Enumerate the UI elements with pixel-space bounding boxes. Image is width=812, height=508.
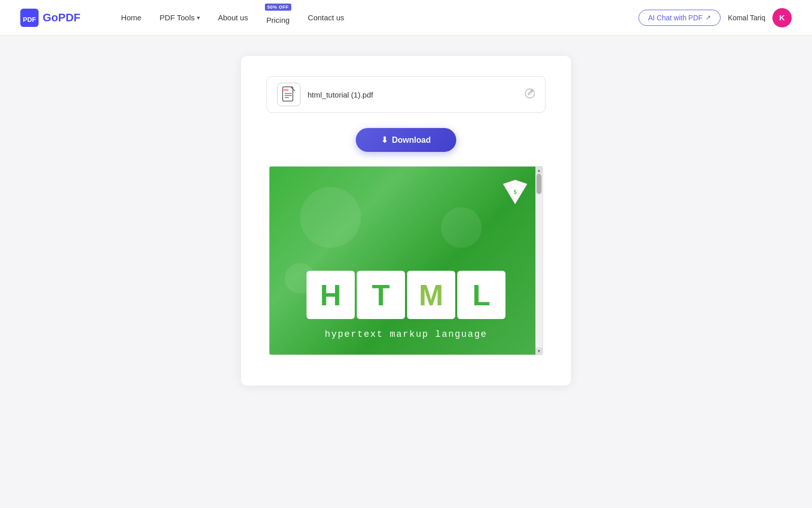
- html-box-t: T: [357, 271, 405, 319]
- pdf-file-icon: PDF: [282, 86, 296, 103]
- svg-text:5: 5: [514, 189, 517, 195]
- svg-text:PDF: PDF: [284, 88, 289, 91]
- html-letter-l: L: [472, 280, 490, 310]
- pdf-preview: 5 H T M L: [269, 167, 543, 355]
- bg-bubble-2: [441, 207, 482, 248]
- svg-text:PDF: PDF: [23, 16, 36, 23]
- nav-contact[interactable]: Contact us: [308, 13, 345, 22]
- logo[interactable]: PDF GoPDF: [20, 9, 81, 27]
- html-letter-h: H: [320, 280, 342, 310]
- user-name: Komal Tariq: [728, 14, 765, 22]
- scroll-up-button[interactable]: ▲: [535, 167, 543, 174]
- main-content: PDF html_tutorial (1).pdf ⬇ Download: [0, 36, 812, 416]
- html-box-m: M: [407, 271, 455, 319]
- html-tutorial-preview: 5 H T M L: [269, 167, 543, 355]
- html-letter-boxes: H T M L: [307, 271, 505, 319]
- download-button[interactable]: ⬇ Download: [356, 128, 456, 152]
- avatar[interactable]: K: [772, 8, 792, 27]
- scroll-down-button[interactable]: ▼: [535, 347, 543, 355]
- bg-bubble-3: [285, 263, 315, 294]
- pdf-icon-box: PDF: [277, 83, 300, 106]
- scrollbar-thumb[interactable]: [536, 174, 542, 194]
- download-icon: ⬇: [381, 135, 388, 145]
- chevron-down-icon: ▾: [197, 14, 200, 21]
- logo-icon: PDF: [20, 9, 39, 27]
- header: PDF GoPDF Home PDF Tools ▾ About us 50% …: [0, 0, 812, 36]
- main-nav: Home PDF Tools ▾ About us 50% OFF Pricin…: [121, 11, 345, 24]
- scrollbar-track: ▲ ▼: [535, 167, 543, 355]
- content-card: PDF html_tutorial (1).pdf ⬇ Download: [241, 56, 571, 386]
- html-box-l: L: [457, 271, 505, 319]
- nav-pdf-tools[interactable]: PDF Tools ▾: [160, 13, 200, 22]
- svg-point-8: [525, 89, 534, 98]
- pdf-preview-container: 5 H T M L: [269, 166, 543, 355]
- ai-chat-button[interactable]: AI Chat with PDF ↗: [638, 10, 721, 26]
- header-right: AI Chat with PDF ↗ Komal Tariq K: [638, 8, 792, 27]
- pricing-badge: 50% OFF: [265, 4, 291, 11]
- file-row: PDF html_tutorial (1).pdf: [266, 76, 546, 113]
- html-letter-m: M: [419, 280, 443, 310]
- html-subtitle: hypertext markup language: [325, 329, 487, 339]
- nav-pricing[interactable]: 50% OFF Pricing: [266, 11, 290, 24]
- edit-icon[interactable]: [525, 88, 535, 101]
- nav-about[interactable]: About us: [218, 13, 248, 22]
- external-link-icon: ↗: [705, 14, 711, 21]
- file-name: html_tutorial (1).pdf: [308, 90, 518, 99]
- html-letter-t: T: [372, 280, 390, 310]
- nav-home[interactable]: Home: [121, 13, 142, 22]
- html5-logo-icon: 5: [502, 179, 528, 205]
- bg-bubble-4: [371, 172, 417, 217]
- logo-text: GoPDF: [43, 11, 81, 24]
- bg-bubble-1: [300, 187, 361, 248]
